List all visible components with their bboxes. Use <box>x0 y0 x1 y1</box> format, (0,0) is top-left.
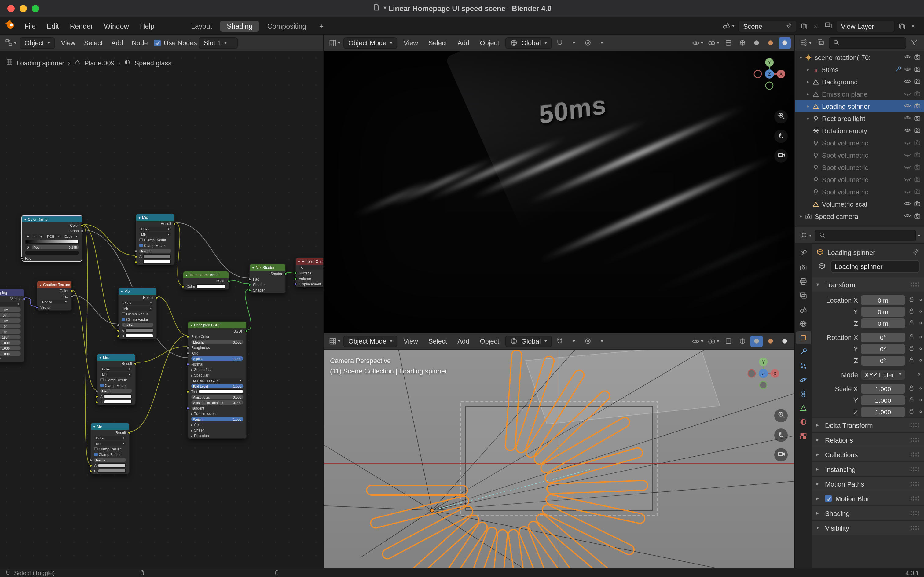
properties-tab-material[interactable] <box>796 416 811 429</box>
snap-magnet-toggle-options[interactable] <box>568 335 580 347</box>
node-row[interactable]: Color▾ <box>97 366 135 372</box>
outliner-row-volumetric-scat[interactable]: Volumetric scat <box>795 198 924 210</box>
shading-wireframe-button[interactable] <box>736 335 749 347</box>
lock-icon[interactable] <box>908 345 915 353</box>
scene-datablock-icon[interactable] <box>721 19 737 33</box>
keyframe-dot-icon[interactable] <box>918 357 923 364</box>
transform-value-field[interactable]: 0° <box>861 332 905 342</box>
shading-material-button[interactable] <box>765 335 777 347</box>
node-row[interactable]: ▸Coat <box>188 422 246 427</box>
node-row[interactable]: Clamp Factor <box>136 243 174 248</box>
panel-grip-icon[interactable] <box>910 452 919 457</box>
rendered-view-canvas[interactable]: 50ms Y X Z <box>324 52 794 333</box>
viewport-menu-add[interactable]: Add <box>453 38 473 48</box>
editor-type-button[interactable] <box>328 37 341 48</box>
lock-icon[interactable] <box>908 356 915 364</box>
node-transparent-bsdf[interactable]: ▾Transparent BSDFBSDFColor <box>183 271 229 290</box>
node-row[interactable]: Fac <box>37 293 71 299</box>
node-row[interactable]: +−▾RGB▾Ease▾ <box>22 234 82 239</box>
node-mix[interactable]: ▾MixResultColor▾Mix▾Clamp ResultClamp Fa… <box>90 422 130 474</box>
node-socket[interactable] <box>182 285 185 288</box>
pan-hand-button[interactable] <box>774 429 788 442</box>
node-row[interactable]: Fac <box>250 276 285 282</box>
node-row[interactable]: ▸Specular <box>188 372 246 378</box>
node-socket[interactable] <box>89 458 92 461</box>
properties-tab-object[interactable] <box>796 331 811 344</box>
properties-tab-texture[interactable] <box>796 430 811 443</box>
disclosure-arrow-icon[interactable]: ▸ <box>805 116 811 121</box>
panel-grip-icon[interactable] <box>910 282 919 287</box>
node-row[interactable]: Multiscatter GGX▾ <box>188 378 246 383</box>
hide-viewport-toggle[interactable] <box>904 163 911 172</box>
lock-icon[interactable] <box>908 319 915 327</box>
node-row[interactable]: 0Pos0.145 <box>22 245 82 250</box>
node-row[interactable]: Anisotropic0.000 <box>188 394 246 400</box>
disable-render-toggle[interactable] <box>914 163 921 172</box>
shader-type-dropdown[interactable]: Object <box>19 37 55 48</box>
panel-grip-icon[interactable] <box>910 466 919 472</box>
workspace-tab-compositing[interactable]: Compositing <box>261 21 313 31</box>
node-row[interactable]: 0° <box>0 323 24 329</box>
node-row[interactable]: B <box>119 333 156 338</box>
node-row[interactable]: B <box>136 259 174 265</box>
viewport-menu-view[interactable]: View <box>399 38 422 48</box>
node-row[interactable]: B <box>91 468 129 474</box>
workspace-tab-layout[interactable]: Layout <box>184 21 219 31</box>
node-socket[interactable] <box>294 282 297 285</box>
hide-viewport-toggle[interactable] <box>904 151 911 160</box>
shading-material-button[interactable] <box>765 37 777 48</box>
disable-render-toggle[interactable] <box>914 77 921 86</box>
keyframe-dot-icon[interactable] <box>918 308 923 315</box>
node-row[interactable]: 0 m <box>0 312 24 318</box>
viewport-menu-add[interactable]: Add <box>453 336 473 346</box>
menu-file[interactable]: File <box>19 21 41 31</box>
shader-menu-view[interactable]: View <box>57 38 80 48</box>
disclosure-arrow-icon[interactable]: ▸ <box>805 104 811 109</box>
shader-menu-select[interactable]: Select <box>80 38 107 48</box>
node-socket[interactable] <box>227 279 230 282</box>
node-row[interactable]: Alpha <box>22 228 82 234</box>
node-row[interactable]: Result <box>136 221 174 226</box>
rotation-mode-dropdown[interactable]: XYZ Euler <box>861 369 905 379</box>
view-layer-icon[interactable] <box>823 19 834 33</box>
node-mix-shader[interactable]: ▾Mix ShaderShaderFacShaderShader <box>250 263 286 293</box>
hide-viewport-toggle[interactable] <box>904 90 911 98</box>
node-row[interactable]: Mix▾ <box>97 372 135 377</box>
outliner-row-rotation-empty[interactable]: Rotation empty <box>795 125 924 137</box>
node-row[interactable]: Roughness <box>188 345 246 350</box>
node-material-output[interactable]: ▾Material OutputAll▾SurfaceVolumeDisplac… <box>295 257 323 287</box>
unlink-scene-button[interactable]: × <box>812 23 819 29</box>
pin-icon[interactable] <box>913 248 919 256</box>
node-row[interactable]: Result <box>97 361 135 366</box>
panel-motion-blur[interactable]: ▸Motion Blur <box>811 491 924 506</box>
properties-tab-world[interactable] <box>796 317 811 330</box>
node-socket[interactable] <box>80 224 84 227</box>
node-socket[interactable] <box>117 334 120 337</box>
disable-render-toggle[interactable] <box>914 90 921 98</box>
navigation-gizmo[interactable]: Y X Z <box>745 356 781 393</box>
node-row[interactable]: BSDF <box>188 328 246 334</box>
node-row[interactable]: Tint <box>188 389 246 394</box>
shader-menu-node[interactable]: Node <box>127 38 152 48</box>
node-row[interactable]: 0° <box>0 329 24 334</box>
node-socket[interactable] <box>117 329 120 332</box>
snap-magnet-toggle[interactable] <box>554 335 566 347</box>
outliner-row-spot-volumetric[interactable]: Spot volumetric <box>795 137 924 149</box>
add-workspace-button[interactable]: + <box>314 20 328 32</box>
panel-grip-icon[interactable] <box>910 525 919 530</box>
node-socket[interactable] <box>70 295 73 298</box>
node-row[interactable]: 0 m <box>0 318 24 323</box>
properties-options-icon[interactable] <box>918 234 920 236</box>
lock-icon[interactable] <box>908 333 915 341</box>
node-row[interactable]: Base Color <box>188 334 246 339</box>
camera-view-button[interactable] <box>774 448 788 461</box>
outliner-row-rect-area-light[interactable]: ▸Rect area light <box>795 113 924 125</box>
node-canvas[interactable]: Loading spinner › Plane.009 › Speed glas… <box>0 52 323 568</box>
keyframe-dot-icon[interactable] <box>918 385 923 392</box>
shading-solid-button[interactable] <box>750 335 763 347</box>
hide-viewport-toggle[interactable] <box>904 127 911 135</box>
panel-instancing[interactable]: ▸Instancing <box>811 461 924 476</box>
node-row[interactable]: Clamp Result <box>97 377 135 383</box>
hide-viewport-toggle[interactable] <box>904 65 911 74</box>
properties-tab-constraints[interactable] <box>796 387 811 400</box>
